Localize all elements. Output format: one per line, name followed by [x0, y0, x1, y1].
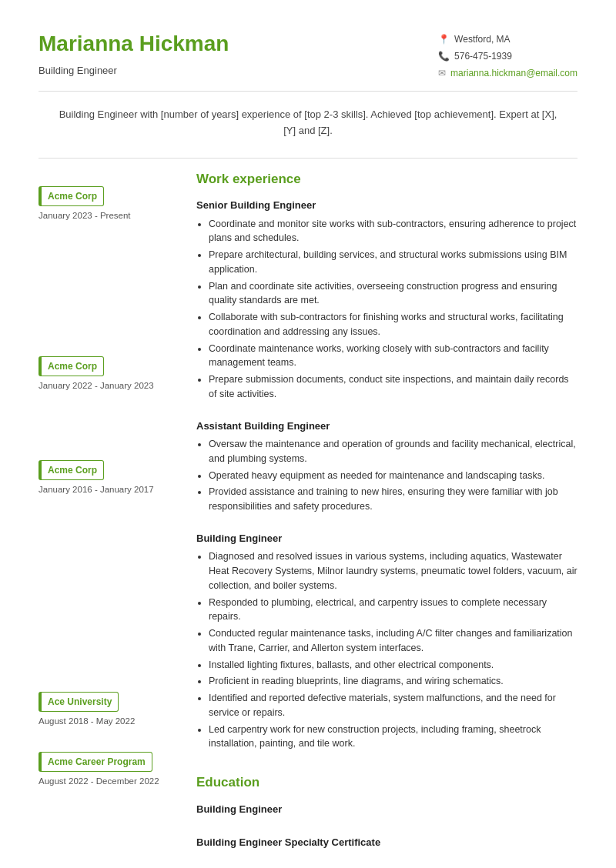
company-badge-1: Acme Corp [38, 186, 104, 206]
bullet-1-4: Collaborate with sub-contractors for fin… [209, 310, 578, 339]
edu-section-title: Education [196, 773, 578, 793]
phone-text: 576-475-1939 [454, 49, 512, 63]
date-range-2: January 2022 - January 2023 [38, 379, 181, 392]
email-icon: ✉ [438, 66, 446, 80]
summary-divider [38, 158, 578, 159]
edu-badge-2: Acme Career Program [38, 752, 152, 772]
summary-text: Building Engineer with [number of years]… [38, 99, 578, 150]
header-right: 📍 Westford, MA 📞 576-475-1939 ✉ marianna… [438, 32, 578, 80]
candidate-title: Building Engineer [38, 63, 229, 78]
email-link[interactable]: marianna.hickman@email.com [450, 66, 578, 80]
work-entry-3: Building Engineer Diagnosed and resolved… [196, 531, 578, 751]
job-bullets-1: Coordinate and monitor site works with s… [196, 217, 578, 402]
work-entry-1: Senior Building Engineer Coordinate and … [196, 198, 578, 402]
bullet-2-3: Provided assistance and training to new … [209, 485, 578, 514]
job-bullets-3: Diagnosed and resolved issues in various… [196, 549, 578, 751]
phone-icon: 📞 [438, 49, 450, 63]
job-title-2: Assistant Building Engineer [196, 419, 578, 434]
date-range-1: January 2023 - Present [38, 209, 181, 222]
edu-entry-1: Building Engineer [196, 802, 578, 817]
bullet-3-1: Diagnosed and resolved issues in various… [209, 549, 578, 593]
header: Marianna Hickman Building Engineer 📍 Wes… [38, 28, 578, 80]
work-left-spacer: Acme Corp January 2023 - Present Acme Co… [38, 183, 181, 497]
location-text: Westford, MA [454, 32, 510, 46]
bullet-3-6: Identified and reported defective materi… [209, 691, 578, 720]
work-entry-2: Assistant Building Engineer Oversaw the … [196, 419, 578, 514]
resume-container: Marianna Hickman Building Engineer 📍 Wes… [0, 0, 616, 868]
work-section-title: Work experience [196, 169, 578, 189]
edu-degree-1: Building Engineer [196, 802, 578, 817]
bullet-3-2: Responded to plumbing, electrical, and c… [209, 596, 578, 625]
bullet-1-3: Plan and coordinate site activities, ove… [209, 279, 578, 309]
bullet-2-1: Oversaw the maintenance and operation of… [209, 437, 578, 466]
right-column: Work experience Senior Building Engineer… [189, 166, 578, 868]
location-icon: 📍 [438, 32, 450, 46]
header-left: Marianna Hickman Building Engineer [38, 28, 229, 78]
work-left-1: Acme Corp January 2023 - Present [38, 183, 181, 222]
bullet-1-6: Prepare submission documents, conduct si… [209, 372, 578, 402]
email-item: ✉ marianna.hickman@email.com [438, 66, 578, 80]
bullet-2-2: Operated heavy equipment as needed for m… [209, 469, 578, 483]
edu-entry-2: Building Engineer Specialty Certificate [196, 835, 578, 850]
candidate-name: Marianna Hickman [38, 28, 229, 60]
company-badge-2: Acme Corp [38, 356, 104, 376]
bullet-3-3: Conducted regular maintenance tasks, inc… [209, 626, 578, 656]
edu-date-2: August 2022 - December 2022 [38, 775, 181, 788]
work-left-2: Acme Corp January 2022 - January 2023 [38, 353, 181, 392]
work-left-3: Acme Corp January 2016 - January 2017 [38, 457, 181, 496]
date-range-3: January 2016 - January 2017 [38, 483, 181, 496]
edu-badge-1: Ace University [38, 692, 119, 712]
phone-item: 📞 576-475-1939 [438, 49, 578, 63]
bullet-1-2: Prepare architectural, building services… [209, 248, 578, 277]
location-item: 📍 Westford, MA [438, 32, 578, 46]
education-section: Education Building Engineer Building Eng… [196, 773, 578, 850]
left-column: Acme Corp January 2023 - Present Acme Co… [38, 166, 189, 868]
company-badge-3: Acme Corp [38, 460, 104, 480]
main-body: Acme Corp January 2023 - Present Acme Co… [38, 166, 578, 868]
edu-left: Ace University August 2018 - May 2022 Ac… [38, 689, 181, 788]
bullet-3-5: Proficient in reading blueprints, line d… [209, 674, 578, 689]
bullet-3-7: Led carpentry work for new construction … [209, 723, 578, 752]
bullet-1-5: Coordinate maintenance works, working cl… [209, 342, 578, 371]
job-title-3: Building Engineer [196, 531, 578, 546]
job-title-1: Senior Building Engineer [196, 198, 578, 213]
header-divider [38, 91, 578, 92]
bullet-3-4: Installed lighting fixtures, ballasts, a… [209, 658, 578, 673]
job-bullets-2: Oversaw the maintenance and operation of… [196, 437, 578, 514]
edu-degree-2: Building Engineer Specialty Certificate [196, 835, 578, 850]
edu-left-2: Acme Career Program August 2022 - Decemb… [38, 749, 181, 788]
edu-date-1: August 2018 - May 2022 [38, 715, 181, 728]
bullet-1-1: Coordinate and monitor site works with s… [209, 217, 578, 246]
